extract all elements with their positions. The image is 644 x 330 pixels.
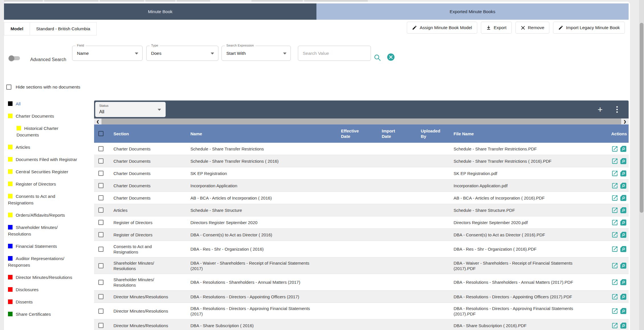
sidebar-section-label: Central Securities Register [16,169,68,174]
row-checkbox[interactable] [98,280,103,285]
sidebar-section-item[interactable]: Historical Charter Documents [17,125,90,138]
open-in-new-icon[interactable] [611,182,618,189]
row-checkbox[interactable] [98,146,103,151]
scroll-right-button[interactable]: ❯ [621,118,629,124]
sidebar-section-item[interactable]: Register of Directors [8,181,90,187]
header-actions: Assign Minute Book Model Export Remove I… [407,22,625,34]
row-checkbox[interactable] [98,220,103,225]
row-section: Charter Documents [111,180,189,192]
page: Minute Book Exported Minute Books Model … [0,0,644,330]
sidebar-section-item[interactable]: Director Minutes/Resolutions [8,274,90,281]
row-file-name: Schedule - Share Structure.PDF [452,204,609,216]
open-in-new-icon[interactable] [611,231,618,238]
tab-minute-book[interactable]: Minute Book [4,3,316,20]
tab-exported-minute-books[interactable]: Exported Minute Books [316,3,629,20]
preview-icon[interactable] [620,158,627,165]
sidebar-section-item[interactable]: Documents Filed with Registrar [8,156,90,163]
sidebar-section-item[interactable]: Financial Statements [8,243,90,249]
select-all-checkbox[interactable] [98,131,103,136]
advanced-search-toggle[interactable] [9,55,22,62]
status-filter-select[interactable]: Status All [95,102,166,117]
row-checkbox[interactable] [98,158,103,164]
assign-minute-book-model-button[interactable]: Assign Minute Book Model [407,22,477,34]
preview-icon[interactable] [620,182,627,189]
sidebar-section-item[interactable]: Consents to Act and Resignations [8,193,90,206]
hide-sections-checkbox[interactable] [6,84,11,90]
type-select-value: Does [151,51,161,56]
open-in-new-icon[interactable] [611,279,618,286]
remove-button[interactable]: Remove [515,22,550,34]
open-in-new-icon[interactable] [611,307,618,315]
more-options-button[interactable] [613,100,621,118]
row-import-date [381,257,420,274]
clear-search-icon[interactable] [387,53,395,61]
open-in-new-icon[interactable] [611,158,618,165]
sidebar-section-item[interactable]: Orders/Affidavits/Reports [8,212,90,218]
row-checkbox[interactable] [98,171,103,176]
row-checkbox[interactable] [98,195,103,200]
vertical-scrollbar-thumb[interactable] [640,23,643,213]
row-section: Consents to Act and Resignations [111,241,189,257]
open-in-new-icon[interactable] [611,219,618,226]
open-in-new-icon[interactable] [611,262,618,269]
row-checkbox[interactable] [98,323,103,328]
row-checkbox[interactable] [98,232,103,237]
sidebar-section-item[interactable]: Shareholder Minutes/ Resolutions [8,224,90,237]
preview-icon[interactable] [620,307,627,315]
preview-icon[interactable] [620,207,627,214]
preview-icon[interactable] [620,170,627,177]
open-in-new-icon[interactable] [611,207,618,214]
preview-icon[interactable] [620,279,627,286]
open-in-new-icon[interactable] [611,145,618,152]
table-row: Articles Schedule - Share Structure Sche… [94,204,629,216]
sidebar-section-item[interactable]: Charter Documents [8,113,90,119]
export-button[interactable]: Export [481,22,512,34]
sidebar-section-item[interactable]: Dissents [8,299,90,305]
preview-icon[interactable] [620,231,627,238]
sidebar-section-item[interactable]: Disclosures [8,286,90,293]
preview-icon[interactable] [620,293,627,300]
open-in-new-icon[interactable] [611,194,618,202]
row-checkbox[interactable] [98,309,103,314]
sidebar-section-item[interactable]: Central Securities Register [8,168,90,175]
row-section: Charter Documents [111,155,189,167]
row-checkbox[interactable] [98,294,103,299]
scroll-left-button[interactable]: ❮ [94,118,101,124]
type-select-label: Type [150,44,160,47]
open-in-new-icon[interactable] [611,170,618,177]
type-select[interactable]: Type Does [146,46,218,61]
sidebar-section-item[interactable]: Articles [8,144,90,150]
open-in-new-icon[interactable] [611,322,618,329]
sidebar-section-item[interactable]: All [8,100,90,107]
row-name: Directors Register September 2020 [189,216,340,228]
search-icon[interactable] [373,54,381,62]
import-legacy-minute-book-button[interactable]: Import Legacy Minute Book [553,22,625,34]
row-checkbox[interactable] [98,208,103,213]
row-checkbox[interactable] [98,183,103,188]
preview-icon[interactable] [620,145,627,152]
tab-minute-book-label: Minute Book [148,9,172,14]
row-effective-date [340,229,381,241]
row-file-name: Directors Register September 2020.pdf [452,216,609,228]
search-expression-select[interactable]: Search Expression Start With [222,46,291,61]
field-select-value: Name [77,51,89,56]
horizontal-scrollbar[interactable]: ❮ ❯ [94,118,629,124]
row-effective-date [340,155,381,167]
preview-icon[interactable] [620,219,627,226]
row-checkbox[interactable] [98,263,103,268]
preview-icon[interactable] [620,194,627,202]
preview-icon[interactable] [620,322,627,329]
search-value-input[interactable] [298,46,371,61]
sidebar-section-item[interactable]: Share Certificates [8,311,90,317]
open-in-new-icon[interactable] [611,293,618,300]
vertical-scrollbar[interactable] [639,0,644,330]
row-section: Shareholder Minutes/ Resolutions [111,257,189,274]
open-in-new-icon[interactable] [611,246,618,253]
row-checkbox[interactable] [98,247,103,252]
field-select[interactable]: Field Name [72,46,143,61]
table-row: Charter Documents SK EP Registration SK … [94,167,629,180]
preview-icon[interactable] [620,262,627,269]
add-document-button[interactable]: + [594,100,606,118]
sidebar-section-item[interactable]: Auditor Representations/ Responses [8,255,90,268]
preview-icon[interactable] [620,246,627,253]
